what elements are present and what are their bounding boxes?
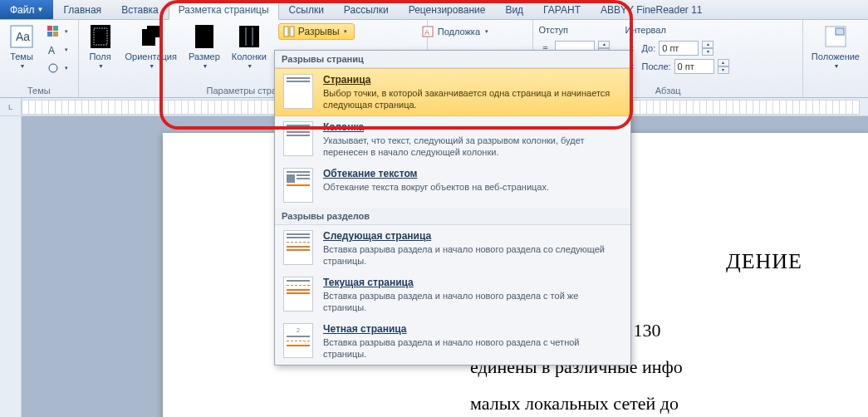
breaks-section-page: Разрывы страниц (275, 51, 630, 68)
spacing-after-input[interactable]: 0 пт (674, 59, 714, 74)
file-tab-label: Файл (10, 4, 35, 16)
position-button[interactable]: Положение▼ (808, 22, 863, 69)
position-icon (822, 23, 849, 50)
continuous-break-icon (283, 277, 313, 312)
chevron-down-icon: ▼ (37, 6, 44, 13)
break-option-title: Текущая страница (323, 277, 622, 288)
size-icon (191, 23, 218, 50)
document-line: малых локальных сетей до (213, 389, 819, 417)
break-option-desc: Обтекание текста вокруг объектов на веб-… (323, 181, 622, 193)
break-option-desc: Вставка разрыва раздела и начало нового … (323, 290, 622, 313)
svg-rect-16 (284, 27, 288, 37)
breaks-dropdown: Разрывы страниц Страница Выбор точки, в … (274, 50, 631, 365)
indent-header: Отступ (538, 22, 610, 38)
tab-references[interactable]: Ссылки (279, 0, 334, 19)
vertical-ruler[interactable] (0, 116, 22, 417)
break-option-continuous[interactable]: Текущая страница Вставка разрыва раздела… (275, 272, 630, 318)
chevron-down-icon: ▾ (65, 65, 68, 71)
break-option-desc: Вставка разрыва раздела и начало нового … (323, 243, 622, 267)
spacing-before-input[interactable]: 0 пт (659, 41, 699, 56)
group-themes-label: Темы (5, 85, 73, 97)
size-label: Размер (189, 52, 220, 61)
position-label: Положение (812, 52, 860, 61)
svg-rect-2 (47, 26, 52, 31)
orientation-button[interactable]: Ориентация▼ (122, 22, 180, 69)
svg-rect-21 (836, 28, 844, 35)
chevron-down-icon: ▾ (344, 28, 347, 35)
margins-button[interactable]: Поля▼ (84, 22, 117, 69)
themes-label: Темы (10, 52, 33, 61)
breaks-section-section: Разрывы разделов (275, 208, 630, 225)
colors-icon (47, 25, 60, 38)
svg-rect-13 (239, 26, 259, 47)
spacing-after-spinner[interactable]: ▴▾ (718, 59, 729, 74)
break-option-even-page[interactable]: 2 Четная страница Вставка разрыва раздел… (275, 318, 630, 365)
breaks-icon (282, 25, 296, 38)
chevron-down-icon: ▼ (20, 63, 26, 69)
chevron-down-icon: ▼ (98, 63, 104, 69)
break-option-title: Четная страница (323, 323, 622, 335)
margins-icon (87, 23, 114, 50)
break-option-next-page[interactable]: Следующая страница Вставка разрыва разде… (275, 225, 630, 272)
nextpage-break-icon (283, 230, 313, 265)
break-option-title: Колонка (323, 121, 622, 133)
spacing-before-spinner[interactable]: ▴▾ (702, 41, 714, 56)
chevron-down-icon: ▾ (65, 47, 68, 53)
theme-effects-button[interactable]: ▾ (43, 60, 71, 76)
break-option-page[interactable]: Страница Выбор точки, в которой заканчив… (275, 68, 630, 116)
effects-icon (47, 61, 60, 75)
size-button[interactable]: Размер▼ (185, 22, 223, 69)
file-tab[interactable]: Файл ▼ (0, 0, 53, 19)
tab-page-layout[interactable]: Разметка страницы (169, 1, 279, 20)
svg-rect-11 (147, 26, 162, 37)
chevron-down-icon: ▼ (833, 63, 839, 69)
textwrap-break-icon (283, 168, 313, 203)
chevron-down-icon: ▾ (65, 28, 68, 35)
break-option-desc: Выбор точки, в которой заканчивается одн… (323, 87, 622, 110)
break-option-title: Обтекание текстом (323, 168, 622, 179)
tab-view[interactable]: Вид (495, 0, 533, 19)
chevron-down-icon: ▼ (247, 63, 253, 69)
svg-rect-3 (53, 26, 58, 31)
themes-button[interactable]: Aa Темы ▼ (5, 22, 38, 69)
break-option-title: Следующая страница (323, 230, 622, 242)
orientation-label: Ориентация (125, 52, 177, 61)
tab-home[interactable]: Главная (53, 0, 111, 19)
page-break-icon (283, 74, 313, 109)
break-option-column[interactable]: Колонка Указывает, что текст, следующий … (275, 116, 630, 163)
themes-icon: Aa (8, 23, 35, 50)
tab-insert[interactable]: Вставка (111, 0, 169, 19)
tab-abbyy[interactable]: ABBYY FineReader 11 (591, 0, 713, 19)
column-break-icon (283, 121, 313, 156)
columns-icon (236, 23, 262, 50)
svg-rect-12 (195, 25, 213, 48)
theme-colors-button[interactable]: ▾ (43, 23, 71, 40)
breaks-button[interactable]: Разрывы ▾ (278, 23, 355, 40)
tab-garant[interactable]: ГАРАНТ (533, 0, 591, 19)
evenpage-break-icon: 2 (283, 323, 313, 358)
spacing-header: Интервал (625, 22, 728, 38)
before-label: До: (641, 43, 655, 53)
tab-review[interactable]: Рецензирование (399, 0, 496, 19)
svg-rect-4 (47, 32, 52, 37)
chevron-down-icon: ▼ (202, 63, 208, 69)
tab-mailings[interactable]: Рассылки (334, 0, 399, 19)
svg-text:A: A (48, 45, 55, 56)
columns-label: Колонки (232, 52, 267, 61)
svg-text:Aa: Aa (16, 30, 30, 43)
after-label: После: (641, 61, 670, 71)
orientation-icon (138, 23, 164, 50)
columns-button[interactable]: Колонки▼ (228, 22, 270, 69)
break-option-desc: Указывает, что текст, следующий за разры… (323, 135, 622, 158)
breaks-label: Разрывы (298, 26, 340, 37)
group-themes: Aa Темы ▼ ▾ A▾ ▾ Темы (0, 20, 79, 97)
ribbon-tabs: Файл ▼ Главная Вставка Разметка страницы… (0, 0, 868, 20)
break-option-textwrap[interactable]: Обтекание текстом Обтекание текста вокру… (275, 163, 630, 208)
ruler-corner[interactable]: L (0, 98, 22, 116)
break-option-desc: Вставка разрыва раздела и начало нового … (323, 336, 622, 360)
break-option-title: Страница (323, 74, 622, 86)
fonts-icon: A (47, 43, 60, 56)
theme-fonts-button[interactable]: A▾ (43, 42, 71, 58)
svg-rect-5 (53, 32, 58, 37)
chevron-down-icon: ▼ (149, 63, 154, 69)
